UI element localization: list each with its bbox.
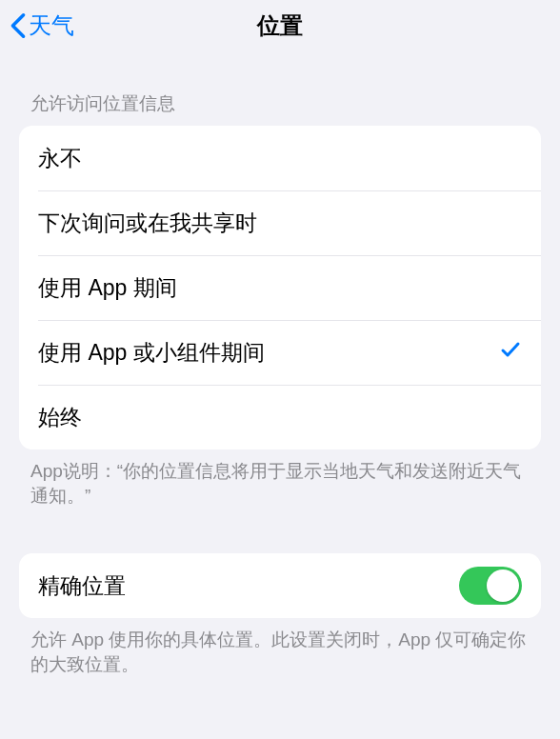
option-while-using-app[interactable]: 使用 App 期间 xyxy=(19,255,541,320)
option-label: 下次询问或在我共享时 xyxy=(38,209,257,238)
back-button[interactable]: 天气 xyxy=(10,10,74,41)
chevron-left-icon xyxy=(10,12,27,39)
option-never[interactable]: 永不 xyxy=(19,126,541,190)
precise-location-group: 精确位置 xyxy=(19,553,541,618)
back-label: 天气 xyxy=(29,10,74,41)
option-label: 使用 App 或小组件期间 xyxy=(38,338,265,368)
section-footer-precise: 允许 App 使用你的具体位置。此设置关闭时，App 仅可确定你的大致位置。 xyxy=(0,618,560,676)
section-header-location-access: 允许访问位置信息 xyxy=(0,91,560,126)
precise-location-row[interactable]: 精确位置 xyxy=(19,553,541,618)
location-access-group: 永不 下次询问或在我共享时 使用 App 期间 使用 App 或小组件期间 始终 xyxy=(19,126,541,449)
option-ask-next-time[interactable]: 下次询问或在我共享时 xyxy=(19,190,541,255)
section-footer-location-access: App说明：“你的位置信息将用于显示当地天气和发送附近天气通知。” xyxy=(0,449,560,508)
precise-location-toggle[interactable] xyxy=(459,567,522,605)
precise-location-label: 精确位置 xyxy=(38,571,126,601)
page-title: 位置 xyxy=(0,10,560,41)
option-label: 使用 App 期间 xyxy=(38,273,177,303)
option-label: 始终 xyxy=(38,403,82,432)
navigation-bar: 天气 位置 xyxy=(0,0,560,51)
option-while-using-app-or-widget[interactable]: 使用 App 或小组件期间 xyxy=(19,320,541,385)
option-label: 永不 xyxy=(38,144,82,173)
option-always[interactable]: 始终 xyxy=(19,385,541,449)
toggle-knob xyxy=(487,569,519,602)
checkmark-icon xyxy=(499,338,522,367)
